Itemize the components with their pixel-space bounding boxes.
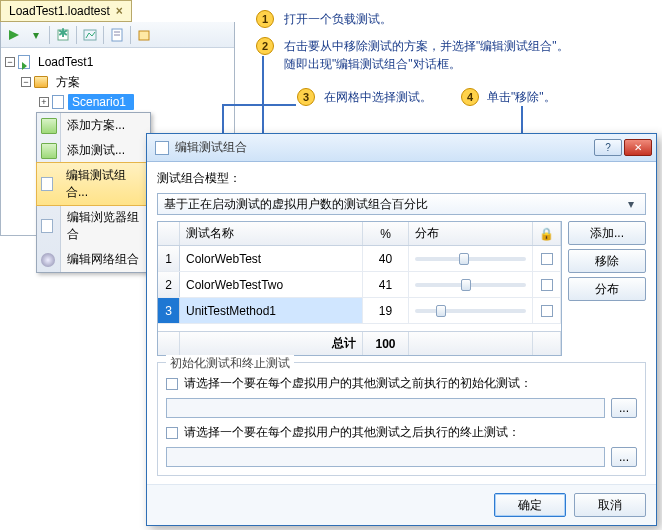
term-label: 请选择一个要在每个虚拟用户的其他测试之后执行的终止测试： xyxy=(184,424,520,441)
dialog-edit-test-mix: 编辑测试组合 ? ✕ 测试组合模型： 基于正在启动测试的虚拟用户数的测试组合百分… xyxy=(146,133,657,526)
expand-icon[interactable]: + xyxy=(39,97,49,107)
total-label: 总计 xyxy=(180,332,363,355)
lock-checkbox[interactable] xyxy=(533,298,561,323)
run-icon[interactable] xyxy=(4,25,24,45)
test-pct[interactable]: 19 xyxy=(363,298,409,323)
test-name[interactable]: ColorWebTest xyxy=(180,246,363,271)
svg-rect-2 xyxy=(84,30,96,40)
tree-root[interactable]: − LoadTest1 xyxy=(1,52,234,72)
remove-button[interactable]: 移除 xyxy=(568,249,646,273)
svg-text:✱: ✱ xyxy=(58,28,68,40)
tree-root-label: LoadTest1 xyxy=(34,54,97,70)
add-test-icon xyxy=(41,143,57,159)
close-icon[interactable]: × xyxy=(116,4,123,18)
test-pct[interactable]: 41 xyxy=(363,272,409,297)
row-number: 1 xyxy=(158,246,180,271)
init-term-group: 初始化测试和终止测试 请选择一个要在每个虚拟用户的其他测试之前执行的初始化测试：… xyxy=(157,362,646,476)
scenario-icon xyxy=(52,95,64,109)
collapse-icon[interactable]: − xyxy=(5,57,15,67)
tree-folder-label: 方案 xyxy=(52,73,84,92)
th-name[interactable]: 测试名称 xyxy=(180,222,363,245)
ctx-edit-network-mix[interactable]: 编辑网络组合 xyxy=(37,247,150,272)
model-combo[interactable]: 基于正在启动测试的虚拟用户数的测试组合百分比 ▾ xyxy=(157,193,646,215)
edit-test-mix-icon xyxy=(41,177,53,191)
callout-4-text: 单击"移除"。 xyxy=(487,89,556,106)
total-value: 100 xyxy=(363,332,409,355)
collapse-icon[interactable]: − xyxy=(21,77,31,87)
ctx-add-scenario[interactable]: 添加方案... xyxy=(37,113,150,138)
settings-icon[interactable] xyxy=(107,25,127,45)
add-scenario-icon xyxy=(41,118,57,134)
callout-1-text: 打开一个负载测试。 xyxy=(284,11,392,28)
counter-icon[interactable] xyxy=(80,25,100,45)
init-checkbox[interactable] xyxy=(166,378,178,390)
lock-checkbox[interactable] xyxy=(533,246,561,271)
test-mix-table: 测试名称 % 分布 🔒 1ColorWebTest402ColorWebTest… xyxy=(157,221,562,356)
dist-slider[interactable] xyxy=(409,298,533,323)
dist-slider[interactable] xyxy=(409,246,533,271)
close-button[interactable]: ✕ xyxy=(624,139,652,156)
repo-icon[interactable] xyxy=(134,25,154,45)
init-label: 请选择一个要在每个虚拟用户的其他测试之前执行的初始化测试： xyxy=(184,375,532,392)
th-pct[interactable]: % xyxy=(363,222,409,245)
row-number: 3 xyxy=(158,298,180,323)
row-number: 2 xyxy=(158,272,180,297)
lock-checkbox[interactable] xyxy=(533,272,561,297)
callout-4-num: 4 xyxy=(461,88,479,106)
tree-scenario-label: Scenario1 xyxy=(68,94,134,110)
context-menu: 添加方案... 添加测试... 编辑测试组合... 编辑浏览器组合 编辑网络组合 xyxy=(36,112,151,273)
add-button[interactable]: 添加... xyxy=(568,221,646,245)
chevron-down-icon: ▾ xyxy=(623,197,639,211)
callout-2-line xyxy=(262,56,264,141)
table-row[interactable]: 3UnitTestMethod119 xyxy=(158,298,561,324)
tree-folder[interactable]: − 方案 xyxy=(1,72,234,92)
callout-3-text: 在网格中选择测试。 xyxy=(324,89,432,106)
init-textbox[interactable] xyxy=(166,398,605,418)
table-row[interactable]: 2ColorWebTestTwo41 xyxy=(158,272,561,298)
new-icon[interactable]: ✱ xyxy=(53,25,73,45)
table-row[interactable]: 1ColorWebTest40 xyxy=(158,246,561,272)
folder-icon xyxy=(34,76,48,88)
th-dist[interactable]: 分布 xyxy=(409,222,533,245)
test-name[interactable]: UnitTestMethod1 xyxy=(180,298,363,323)
ctx-add-test[interactable]: 添加测试... xyxy=(37,138,150,163)
callout-2-text-b: 随即出现"编辑测试组合"对话框。 xyxy=(284,56,461,73)
svg-rect-6 xyxy=(139,31,149,40)
dialog-title: 编辑测试组合 xyxy=(175,139,592,156)
run-dropdown-icon[interactable]: ▾ xyxy=(26,25,46,45)
model-label: 测试组合模型： xyxy=(157,170,241,187)
loadtest-icon xyxy=(18,55,30,69)
distribute-button[interactable]: 分布 xyxy=(568,277,646,301)
tree-toolbar: ▾ ✱ xyxy=(1,22,234,48)
ctx-edit-browser-mix[interactable]: 编辑浏览器组合 xyxy=(37,205,150,247)
callout-2-text-a: 右击要从中移除测试的方案，并选择"编辑测试组合"。 xyxy=(284,38,569,55)
help-button[interactable]: ? xyxy=(594,139,622,156)
ctx-edit-test-mix[interactable]: 编辑测试组合... xyxy=(36,162,151,206)
callout-3-line-h xyxy=(222,104,296,106)
model-value: 基于正在启动测试的虚拟用户数的测试组合百分比 xyxy=(164,196,623,213)
edit-browser-mix-icon xyxy=(41,219,53,233)
tree-scenario[interactable]: + Scenario1 xyxy=(1,92,234,112)
tab-loadtest[interactable]: LoadTest1.loadtest × xyxy=(0,0,132,22)
term-browse-button[interactable]: ... xyxy=(611,447,637,467)
group-title: 初始化测试和终止测试 xyxy=(166,355,294,372)
callout-2-num: 2 xyxy=(256,37,274,55)
callout-1-num: 1 xyxy=(256,10,274,28)
test-name[interactable]: ColorWebTestTwo xyxy=(180,272,363,297)
tab-title: LoadTest1.loadtest xyxy=(9,4,110,18)
ok-button[interactable]: 确定 xyxy=(494,493,566,517)
term-textbox[interactable] xyxy=(166,447,605,467)
edit-network-mix-icon xyxy=(41,253,55,267)
lock-icon[interactable]: 🔒 xyxy=(533,222,561,245)
term-checkbox[interactable] xyxy=(166,427,178,439)
titlebar[interactable]: 编辑测试组合 ? ✕ xyxy=(147,134,656,162)
test-pct[interactable]: 40 xyxy=(363,246,409,271)
callout-3-num: 3 xyxy=(297,88,315,106)
dialog-icon xyxy=(155,141,169,155)
init-browse-button[interactable]: ... xyxy=(611,398,637,418)
dist-slider[interactable] xyxy=(409,272,533,297)
cancel-button[interactable]: 取消 xyxy=(574,493,646,517)
